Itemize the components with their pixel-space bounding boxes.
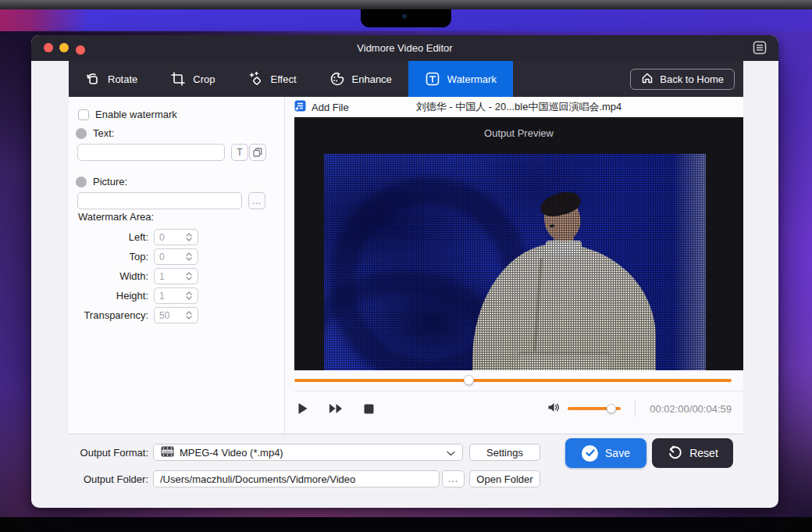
tab-label: Watermark	[447, 73, 497, 85]
close-window-button[interactable]	[44, 43, 53, 52]
led-dot-overlay	[324, 154, 706, 370]
titlebar: Vidmore Video Editor	[31, 35, 778, 61]
enable-watermark-row: Enable watermark	[78, 109, 177, 120]
picture-browse-button[interactable]: ...	[248, 192, 265, 209]
back-to-home-button[interactable]: Back to Home	[630, 69, 735, 90]
home-icon	[641, 72, 654, 87]
fast-forward-button[interactable]	[329, 403, 344, 414]
enable-watermark-label: Enable watermark	[95, 109, 177, 120]
width-stepper[interactable]: 1	[154, 268, 198, 284]
tab-crop[interactable]: Crop	[154, 61, 231, 97]
field-row-top: Top: 0	[78, 247, 198, 266]
tab-label: Enhance	[352, 73, 392, 85]
output-preview: Output Preview	[294, 119, 743, 370]
tab-watermark[interactable]: Watermark	[408, 61, 513, 97]
stepper-up-icon	[186, 272, 192, 276]
left-stepper[interactable]: 0	[154, 229, 198, 245]
stepper-up-icon	[186, 291, 192, 295]
font-style-button[interactable]: T	[231, 144, 248, 161]
field-value: 1	[155, 291, 183, 302]
watermark-text-input[interactable]	[77, 144, 225, 161]
effect-icon	[248, 71, 264, 87]
playback-controls: 00:02:00/00:04:59	[294, 391, 743, 426]
stepper-down-icon	[186, 237, 192, 241]
output-folder-input[interactable]: /Users/maczhuli/Documents/Vidmore/Video	[153, 470, 440, 487]
close-app-button[interactable]	[76, 45, 85, 55]
watermark-icon	[425, 71, 440, 87]
app-body: Rotate Crop Effect Enhance Watermark	[69, 61, 743, 493]
app-window: Vidmore Video Editor Rotate Crop Effect	[31, 35, 778, 508]
add-file-button[interactable]: Add File	[294, 100, 349, 114]
play-button[interactable]	[297, 402, 308, 415]
text-radio[interactable]	[76, 128, 87, 139]
output-format-dropdown[interactable]: MPEG MPEG-4 Video (*.mp4)	[153, 444, 463, 461]
tab-effect[interactable]: Effect	[232, 61, 313, 97]
field-value: 1	[155, 271, 183, 282]
screen: Vidmore Video Editor Rotate Crop Effect	[0, 0, 812, 532]
volume-slider-knob[interactable]	[607, 404, 616, 413]
rotate-icon	[85, 71, 101, 87]
preview-pane: Add File 刘德华 - 中国人 - 20...ble中国巡回演唱会.mp4…	[285, 97, 743, 434]
output-folder-label: Output Folder:	[72, 473, 148, 485]
stepper-up-icon	[186, 233, 192, 237]
speaker-icon[interactable]	[547, 402, 560, 416]
open-folder-button[interactable]: Open Folder	[469, 470, 540, 487]
current-filename: 刘德华 - 中国人 - 20...ble中国巡回演唱会.mp4	[294, 100, 743, 114]
text-color-button[interactable]	[249, 144, 266, 161]
mpeg-format-icon: MPEG	[161, 446, 174, 459]
tab-enhance[interactable]: Enhance	[313, 61, 408, 97]
volume-slider[interactable]	[568, 407, 621, 410]
settings-button[interactable]: Settings	[469, 444, 540, 461]
text-option-row: Text:	[76, 127, 114, 139]
output-folder-value: /Users/maczhuli/Documents/Vidmore/Video	[160, 473, 355, 485]
display-bezel-bottom	[0, 517, 812, 532]
open-folder-label: Open Folder	[476, 473, 532, 485]
window-title: Vidmore Video Editor	[357, 42, 452, 54]
save-button[interactable]: Save	[565, 438, 646, 468]
seek-slider-knob[interactable]	[464, 375, 474, 385]
field-value: 0	[155, 232, 183, 243]
add-file-icon	[294, 100, 306, 114]
picture-radio[interactable]	[76, 177, 87, 187]
text-label: Text:	[93, 127, 114, 139]
seek-slider[interactable]	[294, 379, 732, 382]
tab-rotate[interactable]: Rotate	[69, 61, 154, 97]
pane-filler	[294, 426, 743, 434]
watermark-area-label: Watermark Area:	[78, 211, 154, 223]
reset-button[interactable]: Reset	[652, 438, 733, 468]
crop-icon	[170, 71, 186, 87]
list-panel-icon[interactable]	[753, 41, 767, 55]
field-value: 0	[155, 252, 183, 262]
height-stepper[interactable]: 1	[154, 287, 198, 304]
file-bar: Add File 刘德华 - 中国人 - 20...ble中国巡回演唱会.mp4	[294, 97, 743, 119]
back-to-home-label: Back to Home	[660, 73, 724, 85]
reset-icon	[667, 445, 682, 462]
stepper-down-icon	[186, 296, 192, 300]
field-row-left: Left: 0	[78, 227, 198, 247]
output-preview-title: Output Preview	[294, 119, 743, 139]
add-file-label: Add File	[312, 102, 349, 113]
minimize-window-button[interactable]	[59, 43, 69, 52]
field-row-transparency: Transparency: 50	[78, 305, 198, 325]
tab-label: Effect	[271, 73, 297, 85]
transparency-stepper[interactable]: 50	[154, 307, 198, 323]
check-icon	[582, 445, 598, 462]
stop-button[interactable]	[364, 404, 374, 414]
camera-icon	[402, 14, 407, 19]
field-row-width: Width: 1	[78, 266, 198, 286]
tab-label: Crop	[193, 73, 215, 85]
field-label: Height:	[78, 290, 148, 302]
top-stepper[interactable]: 0	[154, 248, 198, 265]
field-label: Transparency:	[78, 309, 148, 321]
watermark-area-fields: Left: 0 Top: 0	[78, 227, 198, 325]
folder-browse-button[interactable]: ...	[442, 470, 465, 487]
enable-watermark-checkbox[interactable]	[78, 109, 89, 120]
watermark-panel: Enable watermark Text: T Picture:	[69, 97, 285, 434]
field-label: Left:	[78, 231, 148, 243]
field-value: 50	[155, 310, 183, 321]
display-bezel-top	[0, 0, 812, 9]
field-row-height: Height: 1	[78, 286, 198, 305]
display-notch	[361, 9, 451, 27]
stepper-down-icon	[186, 316, 192, 320]
watermark-picture-input[interactable]	[77, 192, 242, 209]
